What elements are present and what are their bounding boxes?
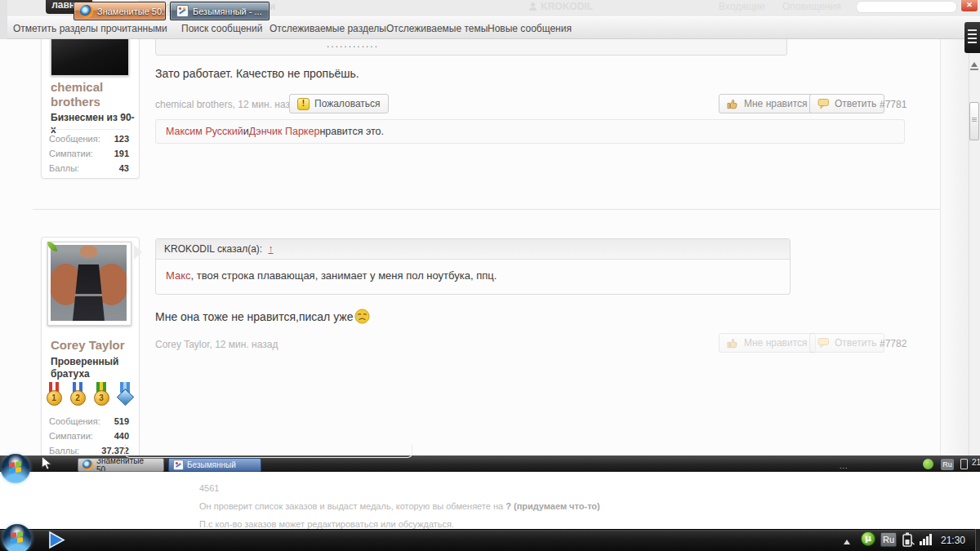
avatar-tanktop [73,264,105,321]
likes-separator: и [243,126,249,137]
medal-blue-2-icon: 2 [68,382,87,408]
liker-link-2[interactable]: Дэнчик Паркер [249,126,320,137]
post2-like-button[interactable]: Мне нравится [719,333,816,353]
firefox-icon [80,5,93,18]
post1-stat-messages: Сообщения: 123 [49,134,129,144]
taskbar-firefox-button[interactable]: Знаменитые 50... [74,2,166,20]
utorrent-tray-icon[interactable]: µ [861,531,875,546]
post1-username[interactable]: chemical brothers [51,80,132,109]
inner-paint-label: Безымянный [187,460,236,469]
stat-label: Баллы: [49,163,79,173]
sad-smiley-icon [354,309,370,324]
taskbar-paint-label: Безымянный - ... [193,7,262,16]
page-right-edge [940,39,969,455]
warning-icon: ! [297,98,310,110]
start-button[interactable] [2,524,32,551]
divider [49,129,129,130]
reply-label: Ответить [835,337,876,349]
screenshot-root: chemical brothers Бизнесмен из 90-х Сооб… [0,0,980,551]
reply-bubble-icon [817,337,830,349]
quote-jump-arrow[interactable]: ↑ [268,243,273,255]
stat-value: 191 [114,149,129,158]
blue-arrow-cursor-icon [47,531,66,549]
search-input[interactable] [856,1,957,13]
quote-header: KROKODIL сказал(а): ↑ [156,239,790,260]
inner-utorrent-icon [923,459,933,469]
thumbs-up-icon [727,98,739,110]
avatar-tanktop-print [75,294,102,296]
medal-diamond-icon [115,382,135,408]
post2-medals-row: 1 2 3 [44,382,135,408]
post2-avatar[interactable] [51,245,127,321]
quote-content: Макс, твоя строка плавающая, занимает у … [156,260,790,282]
subnav-search-posts[interactable]: Поиск сообщений [181,23,262,34]
post2-quote-box: KROKODIL сказал(а): ↑ Макс, твоя строка … [155,238,791,295]
quote-text: , твоя строка плавающая, занимает у меня… [191,269,497,282]
stat-label: Симпатии: [49,431,93,441]
stat-value: 43 [119,163,129,173]
stat-value: 519 [114,416,129,426]
alerts-menu[interactable]: Оповещения [782,2,841,12]
show-desktop-button[interactable] [975,529,980,551]
inner-faint-box-edge [125,444,412,458]
post1-number[interactable]: #7781 [880,99,906,110]
inner-start-orb-icon [1,454,30,483]
post2-meta[interactable]: Corey Taylor, 12 мин. назад [155,339,278,350]
quote-author: KROKODIL сказал(а): [164,243,262,255]
underlay-line-2: Он проверит список заказов и выдаст меда… [199,501,600,511]
account-menu[interactable]: KROKODIL [541,2,593,12]
liker-link-1[interactable]: Максим Русский [166,126,243,137]
like-label: Мне нравится [744,337,808,349]
user-avatar-icon [529,2,537,11]
stat-label: Симпатии: [49,149,93,158]
report-button[interactable]: ! Пожаловаться [289,94,389,113]
network-signal-icon[interactable] [920,534,932,545]
inbox-menu[interactable]: Входящие [719,2,765,12]
post1-like-button[interactable]: Мне нравится [719,94,816,113]
post2-stat-likes: Симпатии: 440 [49,431,129,441]
medal-number: 2 [70,390,86,406]
report-label: Пожаловаться [314,98,381,109]
close-icon[interactable]: ✕ [961,0,978,11]
post2-message-span: Мне она тоже не нравится,писал уже [155,310,353,323]
stat-label: Сообщения: [49,134,100,144]
taskbar-paint-button[interactable]: Безымянный - ... [170,2,270,20]
tray-expand-arrow-icon[interactable] [844,536,850,544]
underlay-line-1: 4561 [199,483,219,493]
post1-message-text: Зато работает. Качество не пропьёшь. [155,67,359,80]
language-indicator[interactable]: Ru [880,532,897,547]
taskbar-clock[interactable]: 21:30 [941,535,965,546]
post2-stat-messages: Сообщения: 519 [49,416,129,426]
firefox-icon [82,460,93,470]
avatar-pointer-notch [134,245,142,260]
underlay-line-3: П.с кол-во заказов может редактироваться… [199,519,454,529]
medal-red-1-icon: 1 [44,382,64,408]
post1-meta[interactable]: chemical brothers, 12 мин. назад [155,99,301,110]
battery-tray-icon[interactable] [899,531,915,549]
paint-icon [176,5,189,17]
medal-number: 3 [94,390,109,406]
reply-bubble-icon [817,98,830,109]
stat-label: Баллы: [49,446,79,455]
post1-stat-points: Баллы: 43 [49,163,129,173]
underlay-line-2-bold: ? (придумаем что-то) [506,501,600,511]
scroll-up-arrow-icon[interactable] [971,59,978,67]
subnav-mark-read[interactable]: Отметить разделы прочитанными [13,23,167,34]
post1-reply-button[interactable]: Ответить [809,94,884,113]
post2-stat-points: Баллы: 37.372 [49,446,129,455]
scrollbar-thumb[interactable] [969,102,979,140]
post2-reply-button[interactable]: Ответить [809,333,884,353]
like-label: Мне нравится [744,98,808,109]
quote-mention-link[interactable]: Макс [166,269,191,282]
thumbs-up-icon [727,337,739,349]
menu-icon[interactable] [964,22,980,53]
post2-username[interactable]: Corey Taylor [51,338,137,353]
post2-number[interactable]: #7782 [880,338,906,349]
subnav-watched-forums[interactable]: Отслеживаемые разделы [270,23,386,34]
subnav-watched-threads[interactable]: Отслеживаемые темы [386,23,488,34]
scroll-up-line [970,69,978,70]
underlay-line-2-text: Он проверит список заказов и выдаст меда… [199,501,506,511]
subnav-new-posts[interactable]: Новые сообщения [488,23,572,34]
scrollbar-track[interactable] [969,16,980,455]
post1-stat-likes: Симпатии: 191 [49,149,129,158]
